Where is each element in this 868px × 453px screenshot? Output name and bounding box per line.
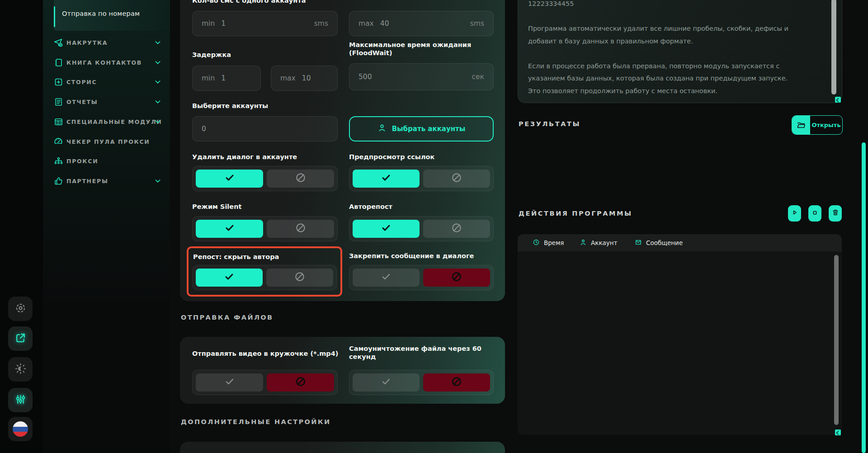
settings-button[interactable] — [8, 297, 33, 321]
autorepost-label: Авторепост — [349, 203, 392, 211]
select-accounts-label: Выбрать аккаунты — [392, 125, 466, 133]
sidebar-item-label: ЧЕКЕР ПУЛА ПРОКСИ — [66, 138, 150, 145]
toggle-yes-button[interactable] — [353, 170, 420, 188]
sms-min-input[interactable]: min 1 sms — [192, 11, 338, 36]
column-label: Сообщение — [646, 239, 683, 246]
reports-icon — [53, 97, 63, 107]
chevron-down-icon[interactable] — [154, 98, 161, 105]
toggle-no-button[interactable] — [423, 220, 490, 238]
toggle-yes-button[interactable] — [353, 269, 420, 287]
sidebar-item-partners[interactable]: ПАРТНЕРЫ — [43, 173, 170, 189]
language-button[interactable] — [8, 417, 33, 441]
column-time[interactable]: Время — [533, 239, 580, 247]
toggle-no-button[interactable] — [423, 269, 490, 287]
input-unit: sms — [470, 19, 484, 28]
block-icon — [295, 376, 307, 389]
column-account[interactable]: Аккаунт — [580, 239, 635, 247]
info-box: 12223334455 Программа автоматически удал… — [518, 0, 842, 103]
toggle-no-button[interactable] — [266, 269, 333, 287]
floodwait-input[interactable]: 500 сек — [349, 63, 494, 90]
sidebar-item-stories[interactable]: СТОРИС — [43, 74, 170, 90]
delay-label: Задержка — [192, 51, 231, 59]
folder-icon — [792, 116, 810, 134]
check-icon — [223, 376, 236, 389]
toggle-no-button[interactable] — [267, 220, 334, 238]
active-indicator-bar — [54, 6, 55, 27]
trash-icon — [832, 209, 839, 218]
sidebar-item-proxy[interactable]: ПРОКСИ — [43, 153, 170, 169]
pin-message-label: Закрепить сообщение в диалоге — [349, 252, 474, 260]
round-video-label: Отправлять видео в кружочке (*.mp4) — [192, 349, 338, 358]
sms-max-input[interactable]: max 40 sms — [349, 11, 494, 36]
check-icon — [379, 222, 393, 235]
self-destruct-toggle — [349, 370, 494, 395]
left-icon-rail — [0, 0, 43, 453]
chevron-down-icon[interactable] — [154, 78, 161, 85]
toggle-yes-button[interactable] — [353, 373, 420, 392]
info-text: 12223334455 Программа автоматически удал… — [528, 0, 817, 97]
page-scrollbar-thumb[interactable] — [862, 142, 866, 453]
gear-icon — [14, 302, 27, 316]
resize-handle-icon[interactable] — [835, 429, 841, 435]
input-value: 500 — [359, 73, 372, 81]
column-label: Время — [544, 239, 564, 246]
input-prefix: max — [280, 74, 296, 82]
log-scrollbar-thumb[interactable] — [834, 255, 839, 425]
sidebar-item-label: ПАРТНЕРЫ — [66, 178, 108, 184]
link-preview-label: Предпросмотр ссылок — [349, 153, 434, 161]
external-window-button[interactable] — [8, 326, 33, 351]
sidebar-item-contacts-book[interactable]: КНИГА КОНТАКТОВ — [43, 55, 170, 70]
stop-icon — [811, 209, 818, 218]
input-unit: сек — [472, 73, 484, 81]
proxy-network-icon — [53, 156, 63, 166]
delete-dialog-label: Удалить диалог в аккаунте — [192, 153, 297, 161]
input-value: 40 — [380, 19, 389, 28]
partners-thumbs-up-icon — [53, 176, 63, 186]
toggle-yes-button[interactable] — [196, 269, 263, 287]
accounts-count-input[interactable]: 0 — [192, 116, 338, 142]
extra-settings-card — [180, 442, 505, 453]
delay-min-input[interactable]: min 1 — [192, 66, 261, 91]
block-icon — [295, 222, 307, 236]
info-scrollbar-thumb[interactable] — [831, 0, 836, 94]
repost-hide-author-label: Репост: скрыть автора — [193, 253, 279, 261]
delay-max-input[interactable]: max 10 — [271, 66, 338, 91]
sidebar-item-label: КНИГА КОНТАКТОВ — [66, 59, 142, 66]
check-icon — [222, 271, 236, 284]
input-prefix: min — [202, 74, 215, 82]
sidebar-item-send-by-numbers[interactable]: Отправка по номерам — [62, 10, 140, 17]
column-message[interactable]: Сообщение — [635, 239, 683, 247]
log-table-header: Время Аккаунт Сообщение — [518, 234, 842, 251]
column-label: Аккаунт — [591, 239, 618, 246]
stop-button[interactable] — [808, 205, 821, 222]
toggle-yes-button[interactable] — [353, 220, 420, 238]
input-prefix: max — [359, 19, 374, 28]
sidebar-item-proxy-pool-checker[interactable]: ЧЕКЕР ПУЛА ПРОКСИ — [43, 134, 170, 149]
clear-log-button[interactable] — [829, 205, 842, 222]
self-destruct-label: Самоуничтожение файла через 60 секунд — [349, 344, 489, 361]
theme-toggle-button[interactable] — [8, 357, 33, 382]
chevron-down-icon[interactable] — [154, 59, 161, 66]
chevron-down-icon[interactable] — [154, 177, 161, 184]
toggle-no-button[interactable] — [423, 373, 490, 392]
resize-handle-icon[interactable] — [835, 97, 841, 103]
toggle-yes-button[interactable] — [196, 170, 263, 188]
start-button[interactable] — [788, 205, 801, 222]
extra-section-title: ДОПОЛНИТЕЛЬНЫЕ НАСТРОЙКИ — [181, 418, 331, 425]
toggle-no-button[interactable] — [267, 170, 334, 188]
filters-button[interactable] — [8, 388, 33, 412]
toggle-no-button[interactable] — [423, 170, 490, 188]
select-accounts-button[interactable]: Выбрать аккаунты — [349, 116, 494, 142]
toggle-no-button[interactable] — [267, 373, 334, 392]
toggle-yes-button[interactable] — [196, 220, 263, 238]
chevron-down-icon[interactable] — [154, 118, 161, 125]
block-icon — [451, 271, 462, 284]
pin-message-toggle — [349, 265, 494, 290]
toggle-yes-button[interactable] — [196, 373, 263, 392]
open-results-button[interactable]: Открыть — [792, 115, 843, 135]
sidebar-item-nakrutka[interactable]: НАКРУТКА — [43, 35, 170, 50]
chevron-down-icon[interactable] — [154, 39, 161, 46]
sidebar-item-reports[interactable]: ОТЧЕТЫ — [43, 94, 170, 109]
open-button-label: Открыть — [810, 116, 842, 134]
sidebar-item-special-modules[interactable]: СПЕЦИАЛЬНЫЕ МОДУЛИ — [43, 114, 170, 129]
